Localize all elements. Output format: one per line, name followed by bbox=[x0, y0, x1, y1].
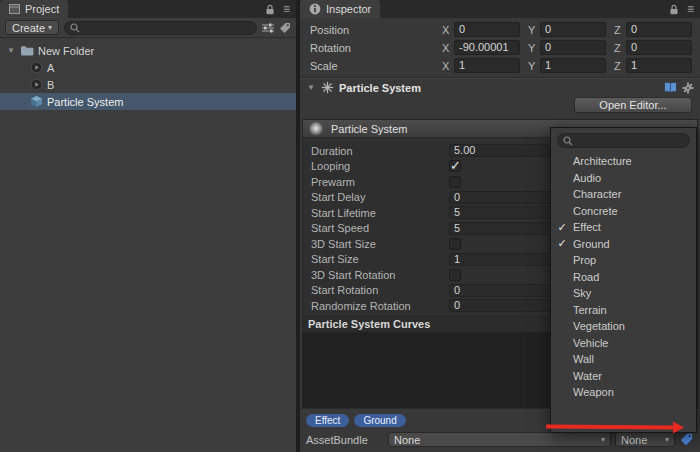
project-window-icon bbox=[9, 4, 20, 14]
label-option-text: Terrain bbox=[573, 304, 607, 316]
row-label: 3D Start Rotation bbox=[311, 269, 449, 281]
particle-system-component-header[interactable]: ▼ Particle System bbox=[300, 79, 700, 96]
project-toolbar: Create ▾ bbox=[0, 18, 296, 38]
tree-item-label: B bbox=[47, 79, 54, 91]
axis-y-label: Y bbox=[528, 42, 540, 54]
label-option-wall[interactable]: Wall bbox=[551, 351, 696, 368]
label-option-water[interactable]: Water bbox=[551, 368, 696, 385]
rotation-y-field[interactable]: 0 bbox=[540, 40, 606, 55]
label-option-ground[interactable]: ✓ Ground bbox=[551, 236, 696, 253]
row-label: Start Lifetime bbox=[311, 207, 449, 219]
assetbundle-dropdown[interactable]: None ▾ bbox=[388, 432, 611, 447]
help-icon[interactable] bbox=[664, 82, 677, 93]
scale-z-field[interactable]: 1 bbox=[626, 58, 692, 73]
project-tab-actions: ≡ bbox=[265, 0, 296, 18]
3d-start-rotation-checkbox[interactable] bbox=[449, 269, 461, 281]
create-button[interactable]: Create ▾ bbox=[5, 20, 59, 35]
foldout-open-icon[interactable]: ▼ bbox=[6, 46, 16, 55]
project-panel: Project ≡ Create ▾ bbox=[0, 0, 296, 452]
scale-row: Scale X 1 Y 1 Z 1 bbox=[310, 57, 692, 74]
menu-icon[interactable]: ≡ bbox=[687, 3, 694, 15]
labels-search-input[interactable] bbox=[576, 135, 684, 147]
tree-item-b[interactable]: B bbox=[0, 76, 296, 93]
open-editor-button[interactable]: Open Editor... bbox=[574, 97, 692, 113]
row-label: Duration bbox=[311, 145, 449, 157]
axis-y-label: Y bbox=[528, 24, 540, 36]
label-option-text: Character bbox=[573, 188, 621, 200]
project-search-input[interactable] bbox=[83, 22, 251, 34]
info-icon bbox=[309, 3, 321, 15]
scale-x-field[interactable]: 1 bbox=[454, 58, 520, 73]
project-tabbar: Project ≡ bbox=[0, 0, 296, 18]
label-option-vegetation[interactable]: Vegetation bbox=[551, 318, 696, 335]
label-option-prop[interactable]: Prop bbox=[551, 252, 696, 269]
assetbundle-row: AssetBundle None ▾ None ▾ bbox=[306, 432, 694, 447]
position-y-field[interactable]: 0 bbox=[540, 22, 606, 37]
caret-down-icon: ▾ bbox=[48, 24, 52, 32]
gear-icon[interactable] bbox=[682, 82, 694, 94]
tab-inspector[interactable]: Inspector bbox=[300, 0, 380, 18]
tab-project[interactable]: Project bbox=[0, 0, 68, 18]
create-button-label: Create bbox=[12, 22, 45, 34]
label-pill-effect[interactable]: Effect bbox=[306, 414, 349, 427]
label-option-weapon[interactable]: Weapon bbox=[551, 384, 696, 401]
label-filter-icon[interactable] bbox=[279, 22, 291, 34]
axis-z-label: Z bbox=[614, 60, 626, 72]
open-editor-row: Open Editor... bbox=[300, 96, 700, 116]
tree-item-particle-system[interactable]: Particle System bbox=[0, 93, 296, 110]
row-label: Randomize Rotation bbox=[311, 300, 449, 312]
asset-labels-button[interactable] bbox=[679, 433, 694, 446]
label-option-audio[interactable]: Audio bbox=[551, 170, 696, 187]
tree-item-a[interactable]: A bbox=[0, 59, 296, 76]
rotation-x-field[interactable]: -90.00001 bbox=[454, 40, 520, 55]
label-option-architecture[interactable]: Architecture bbox=[551, 153, 696, 170]
label-option-vehicle[interactable]: Vehicle bbox=[551, 335, 696, 352]
column-settings-icon[interactable] bbox=[262, 23, 274, 33]
label-option-concrete[interactable]: Concrete bbox=[551, 203, 696, 220]
rotation-label: Rotation bbox=[310, 42, 442, 54]
inspector-tabbar: Inspector ≡ bbox=[300, 0, 700, 18]
label-option-sky[interactable]: Sky bbox=[551, 285, 696, 302]
assetbundle-variant-value: None bbox=[621, 434, 647, 446]
axis-x-label: X bbox=[442, 42, 454, 54]
tree-item-label: Particle System bbox=[47, 96, 123, 108]
tree-item-new-folder[interactable]: ▼ New Folder bbox=[0, 42, 296, 59]
label-option-text: Vegetation bbox=[573, 320, 625, 332]
lock-icon[interactable] bbox=[669, 4, 679, 15]
lock-icon[interactable] bbox=[265, 4, 275, 15]
model-icon bbox=[30, 61, 43, 74]
row-label: Start Size bbox=[311, 253, 449, 265]
assetbundle-variant-dropdown[interactable]: None ▾ bbox=[615, 432, 675, 447]
tree-item-label: New Folder bbox=[38, 45, 94, 57]
axis-x-label: X bbox=[442, 60, 454, 72]
foldout-open-icon[interactable]: ▼ bbox=[306, 83, 316, 92]
looping-checkbox[interactable]: ✓ bbox=[449, 160, 461, 172]
label-option-text: Road bbox=[573, 271, 599, 283]
menu-icon[interactable]: ≡ bbox=[283, 3, 290, 15]
label-option-road[interactable]: Road bbox=[551, 269, 696, 286]
label-option-text: Architecture bbox=[573, 155, 632, 167]
caret-down-icon: ▾ bbox=[665, 436, 669, 444]
label-option-text: Concrete bbox=[573, 205, 618, 217]
3d-start-size-checkbox[interactable] bbox=[449, 238, 461, 250]
position-z-field[interactable]: 0 bbox=[626, 22, 692, 37]
label-option-terrain[interactable]: Terrain bbox=[551, 302, 696, 319]
inspector-tab-actions: ≡ bbox=[669, 0, 700, 18]
section-divider bbox=[300, 77, 700, 78]
rotation-z-field[interactable]: 0 bbox=[626, 40, 692, 55]
axis-y-label: Y bbox=[528, 60, 540, 72]
labels-search bbox=[557, 133, 690, 148]
project-tree: ▼ New Folder A B bbox=[0, 38, 296, 110]
caret-down-icon: ▾ bbox=[601, 436, 605, 444]
scale-y-field[interactable]: 1 bbox=[540, 58, 606, 73]
label-pill-ground[interactable]: Ground bbox=[354, 414, 405, 427]
annotation-arrow-head bbox=[673, 421, 684, 433]
position-x-field[interactable]: 0 bbox=[454, 22, 520, 37]
label-option-text: Ground bbox=[573, 238, 610, 250]
curves-title: Particle System Curves bbox=[308, 318, 430, 330]
prewarm-checkbox[interactable] bbox=[449, 176, 461, 188]
search-icon bbox=[70, 23, 80, 33]
label-option-effect[interactable]: ✓ Effect bbox=[551, 219, 696, 236]
check-icon: ✓ bbox=[551, 237, 573, 250]
label-option-character[interactable]: Character bbox=[551, 186, 696, 203]
